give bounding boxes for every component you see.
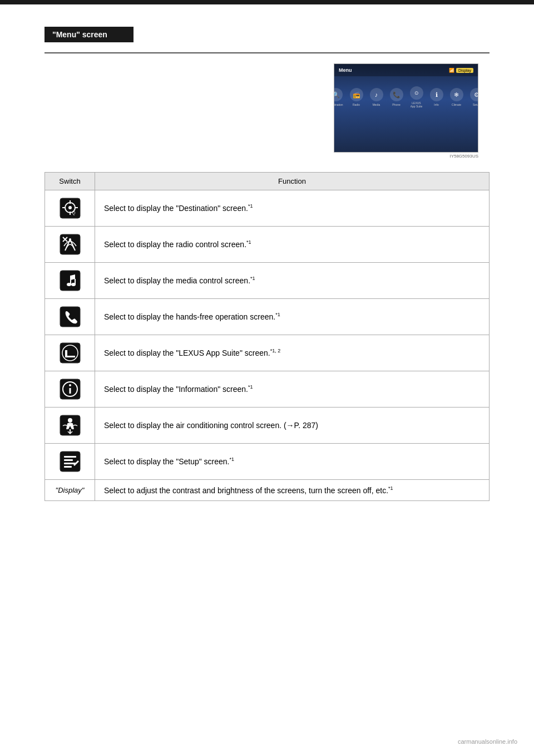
function-cell-info: Select to display the "Information" scre… xyxy=(95,371,490,408)
switch-cell-info xyxy=(45,371,95,408)
destination-function-text: Select to display the "Destination" scre… xyxy=(104,204,253,213)
climate-icon xyxy=(58,413,82,438)
phone-icon xyxy=(58,305,82,329)
switch-function-table: Switch Function xyxy=(44,172,490,501)
table-row: Select to display the "Setup" screen.*1 xyxy=(45,444,490,480)
svg-rect-30 xyxy=(64,456,76,458)
function-cell-setup: Select to display the "Setup" screen.*1 xyxy=(95,444,490,480)
media-function-text: Select to display the media control scre… xyxy=(104,276,255,285)
switch-cell-display: "Display" xyxy=(45,480,95,501)
table-header-switch: Switch xyxy=(45,173,95,190)
svg-point-18 xyxy=(71,283,76,286)
switch-cell-destination: Q xyxy=(45,190,95,227)
switch-cell-phone xyxy=(45,299,95,335)
table-row: Select to display the "Information" scre… xyxy=(45,371,490,408)
function-cell-media: Select to display the media control scre… xyxy=(95,263,490,299)
lexus-circle: ⊙ xyxy=(410,86,423,100)
function-cell-radio: Select to display the radio control scre… xyxy=(95,227,490,263)
phone-function-text: Select to display the hands-free operati… xyxy=(104,312,280,321)
svg-rect-20 xyxy=(60,343,80,363)
svg-point-2 xyxy=(68,206,72,209)
svg-point-16 xyxy=(67,283,71,286)
bottom-logo: carmanualsonline.info xyxy=(458,738,517,745)
switch-cell-radio xyxy=(45,227,95,263)
screen-icon-lexus: ⊙ LEXUS App Suite xyxy=(410,86,423,108)
divider xyxy=(44,52,490,53)
table-header-function: Function xyxy=(95,173,490,190)
phone-sup: *1 xyxy=(275,312,280,318)
svg-point-25 xyxy=(69,384,71,386)
display-function-text: Select to adjust the contrast and bright… xyxy=(104,486,393,495)
section-title: "Menu" screen xyxy=(44,27,134,42)
screen-icon-destination: 🔍 Destination xyxy=(334,88,343,106)
svg-rect-31 xyxy=(64,459,73,461)
setup-icon xyxy=(58,449,82,474)
display-sup: *1 xyxy=(388,485,393,491)
destination-icon: Q xyxy=(58,196,82,220)
menu-icons-row: 🔍 Destination 📻 Radio ♪ Media xyxy=(334,76,478,111)
menu-top-bar: Menu 📶 Display xyxy=(334,64,478,76)
switch-cell-setup xyxy=(45,444,95,480)
radio-sup: *1 xyxy=(246,240,251,246)
phone-circle: 📞 xyxy=(390,88,403,101)
radio-circle: 📻 xyxy=(350,88,363,101)
radio-icon xyxy=(58,232,82,257)
setup-sup: *1 xyxy=(230,457,235,463)
menu-screen-image: Menu 📶 Display 🔍 Destination xyxy=(334,63,478,153)
svg-rect-19 xyxy=(60,307,80,327)
function-cell-climate: Select to display the air conditioning c… xyxy=(95,408,490,444)
table-row: Q Select to display the "Destination" sc… xyxy=(45,190,490,227)
info-circle: ℹ xyxy=(430,88,443,101)
lexus-function-text: Select to display the "LEXUS App Suite" … xyxy=(104,348,280,357)
climate-circle: ❄ xyxy=(450,88,463,101)
display-button-screen[interactable]: Display xyxy=(456,68,473,73)
menu-status-area: 📶 Display xyxy=(449,68,473,73)
setup-function-text: Select to display the "Setup" screen.*1 xyxy=(104,457,234,466)
switch-cell-climate xyxy=(45,408,95,444)
media-circle: ♪ xyxy=(370,88,383,101)
svg-point-27 xyxy=(68,418,72,423)
climate-function-text: Select to display the air conditioning c… xyxy=(104,421,318,430)
table-row: Select to display the radio control scre… xyxy=(45,227,490,263)
media-icon xyxy=(58,268,82,293)
setup-circle: ⚙ xyxy=(470,88,478,101)
screen-icon-setup: ⚙ Setup xyxy=(470,88,478,106)
table-row: Select to display the media control scre… xyxy=(45,263,490,299)
dest-circle: 🔍 xyxy=(334,88,343,101)
screen-icon-phone: 📞 Phone xyxy=(390,88,403,106)
info-sup: *1 xyxy=(248,385,253,390)
media-sup: *1 xyxy=(250,276,255,282)
table-row: Select to display the hands-free operati… xyxy=(45,299,490,335)
page-container: "Menu" screen Menu 📶 Display xyxy=(0,0,534,756)
info-icon xyxy=(58,377,82,401)
menu-screen-title: Menu xyxy=(339,67,352,73)
screen-icon-info: ℹ Info xyxy=(430,88,443,106)
screen-image-container: Menu 📶 Display 🔍 Destination xyxy=(44,63,490,159)
signal-icon: 📶 xyxy=(449,68,454,73)
content-area: "Menu" screen Menu 📶 Display xyxy=(0,4,534,534)
top-bar xyxy=(0,0,534,4)
info-function-text: Select to display the "Information" scre… xyxy=(104,385,253,394)
svg-rect-33 xyxy=(64,466,72,468)
switch-cell-lexus xyxy=(45,335,95,371)
function-cell-destination: Select to display the "Destination" scre… xyxy=(95,190,490,227)
display-switch-label: "Display" xyxy=(56,486,85,494)
screen-icon-media: ♪ Media xyxy=(370,88,383,106)
function-cell-display: Select to adjust the contrast and bright… xyxy=(95,480,490,501)
lexus-sup: *1, 2 xyxy=(270,348,281,354)
screen-icon-radio: 📻 Radio xyxy=(350,88,363,106)
screen-icon-climate: ❄ Climate xyxy=(450,88,463,106)
screen-caption: IY58G5093US xyxy=(334,154,478,159)
lexus-app-icon xyxy=(58,341,82,365)
table-row: "Display" Select to adjust the contrast … xyxy=(45,480,490,501)
svg-text:Q: Q xyxy=(72,211,76,215)
function-cell-lexus: Select to display the "LEXUS App Suite" … xyxy=(95,335,490,371)
svg-point-11 xyxy=(69,238,71,240)
destination-sup: *1 xyxy=(248,204,253,209)
table-row: Select to display the air conditioning c… xyxy=(45,408,490,444)
switch-cell-media xyxy=(45,263,95,299)
table-row: Select to display the "LEXUS App Suite" … xyxy=(45,335,490,371)
screen-image-inner: Menu 📶 Display 🔍 Destination xyxy=(334,64,478,152)
radio-function-text: Select to display the radio control scre… xyxy=(104,240,251,249)
function-cell-phone: Select to display the hands-free operati… xyxy=(95,299,490,335)
